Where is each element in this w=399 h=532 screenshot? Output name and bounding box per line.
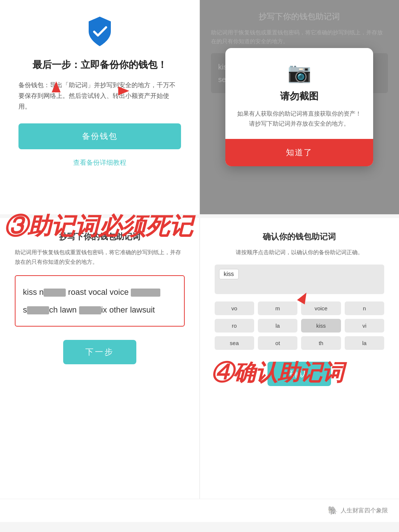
mnemonic-row-1: kiss n roast vocal voice xyxy=(23,285,177,300)
mnemonic-row-2: s ch lawn ix other lawsuit xyxy=(23,303,177,317)
word-chip-la2[interactable]: la xyxy=(345,336,384,350)
word-chip-ro[interactable]: ro xyxy=(215,319,254,332)
footer-text: 人生财富四个象限 xyxy=(341,507,388,515)
modal-desc: 如果有人获取你的助记词将直接获取你的资产！请抄写下助记词并存放在安全的地方。 xyxy=(237,109,361,129)
mnemonic-blur-4 xyxy=(79,306,101,314)
mnemonic-word-visible-3: s xyxy=(23,305,27,314)
mnemonic-words-box: kiss n roast vocal voice s ch lawn ix ot… xyxy=(15,275,185,327)
word-chip-n[interactable]: n xyxy=(345,301,384,315)
confirm-mnemonic-desc: 请按顺序点击助记词，以确认你的备份助记词正确。 xyxy=(236,248,363,257)
footer: 🐘 人生财富四个象限 xyxy=(0,499,399,522)
mnemonic-word-visible-2: roast vocal voice xyxy=(66,287,129,297)
shield-icon xyxy=(83,15,116,48)
arrows-decoration xyxy=(18,81,166,103)
selected-word-tag[interactable]: kiss xyxy=(219,269,239,279)
backup-wallet-button[interactable]: 备份钱包 xyxy=(18,123,181,149)
modal-ok-button[interactable]: 知道了 xyxy=(225,139,373,166)
footer-logo: 🐘 人生财富四个象限 xyxy=(328,506,388,515)
modal-overlay: 📷 请勿截图 如果有人获取你的助记词将直接获取你的资产！请抄写下助记词并存放在安… xyxy=(200,0,399,214)
arrow-right-icon xyxy=(118,86,155,95)
word-chip-th[interactable]: th xyxy=(301,336,341,350)
arrow-up-icon xyxy=(52,81,61,92)
mnemonic-word-visible-4: ch lawn xyxy=(49,305,77,314)
mnemonic-blur-1 xyxy=(44,289,66,297)
panel-confirm-mnemonic: 确认你的钱包助记词 请按顺序点击助记词，以确认你的备份助记词正确。 kiss v… xyxy=(200,218,399,499)
word-chip-m[interactable]: m xyxy=(258,301,297,315)
modal-title: 请勿截图 xyxy=(237,90,361,103)
write-mnemonic-desc: 助记词用于恢复钱包或重置钱包密码，将它准确的抄写到纸上，并存放在的只有你知道的安… xyxy=(15,248,185,266)
mnemonic-word-visible-1: kiss n xyxy=(23,287,44,297)
panel-backup-title: 最后一步：立即备份你的钱包！ xyxy=(33,58,167,71)
word-grid: vo m voice n ro la kiss vi sea ot th la xyxy=(215,301,385,350)
annotation-3: ③助记词必须死记 xyxy=(4,214,193,238)
next-button[interactable]: 下一步 xyxy=(63,340,136,364)
mnemonic-blur-3 xyxy=(27,306,49,314)
mnemonic-blur-2 xyxy=(131,289,160,297)
mnemonic-word-visible-5: ix other lawsuit xyxy=(101,305,155,314)
confirm-input-area[interactable]: kiss xyxy=(215,265,385,294)
word-chip-vo[interactable]: vo xyxy=(215,301,254,315)
word-chip-ot[interactable]: ot xyxy=(258,336,297,350)
panel-copy-mnemonic: 抄写下你的钱包助记词 助记词用于恢复钱包或重置钱包密码，将它准确的抄写到纸上，并… xyxy=(200,0,399,214)
panel-backup-wallet: 最后一步：立即备份你的钱包！ 备份钱包：导出「助记词」并抄写到安全的地方，千万不… xyxy=(0,0,200,214)
word-chip-la[interactable]: la xyxy=(258,319,297,332)
word-chip-voice[interactable]: voice xyxy=(301,301,341,315)
modal-no-screenshot: 📷 请勿截图 如果有人获取你的助记词将直接获取你的资产！请抄写下助记词并存放在安… xyxy=(225,48,373,166)
confirm-mnemonic-title: 确认你的钱包助记词 xyxy=(263,231,336,242)
panel-write-mnemonic: 抄写下你的钱包助记词 助记词用于恢复钱包或重置钱包密码，将它准确的抄写到纸上，并… xyxy=(0,218,200,499)
annotation-4: ④确认助记词 xyxy=(211,358,344,388)
camera-icon: 📷 xyxy=(237,61,361,84)
word-chip-vi[interactable]: vi xyxy=(345,319,384,332)
elephant-icon: 🐘 xyxy=(328,506,338,515)
word-chip-kiss[interactable]: kiss xyxy=(301,319,341,332)
tutorial-link[interactable]: 查看备份详细教程 xyxy=(73,158,126,167)
word-chip-sea[interactable]: sea xyxy=(215,336,254,350)
